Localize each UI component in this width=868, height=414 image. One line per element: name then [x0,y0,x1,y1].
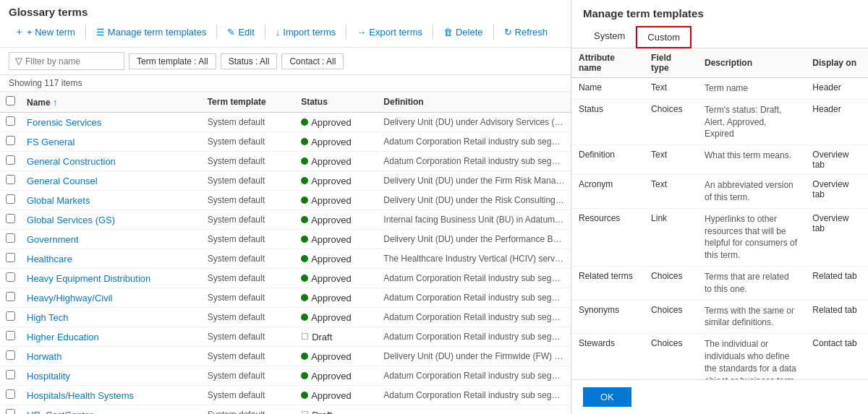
status-cell: ☐ Draft [295,327,378,347]
term-template-cell: System default [202,249,296,269]
term-template-cell: System default [202,230,296,249]
attr-name-cell: Related terms [571,266,644,300]
terms-table-container: Name ↑ Term template Status Definition F… [0,92,571,414]
select-all-checkbox-header[interactable] [0,92,21,113]
tab-custom[interactable]: Custom [636,26,692,48]
term-name-link[interactable]: FS General [27,137,75,147]
import-terms-button[interactable]: ↓ Import terms [270,24,341,40]
row-checkbox[interactable] [6,292,15,301]
term-name-link[interactable]: HR_CostCenter [27,410,93,415]
status-approved: Approved [301,390,372,401]
manage-term-templates-button[interactable]: ☰ Manage term templates [90,24,213,40]
row-checkbox[interactable] [6,311,15,321]
attr-name-cell: Definition [571,145,644,175]
attr-row: DefinitionTextWhat this term means.Overv… [571,145,868,175]
status-approved: Approved [301,312,372,323]
new-term-button[interactable]: ＋ + New term [9,22,81,41]
row-checkbox[interactable] [6,253,15,262]
panel-header: Glossary terms ＋ + New term ☰ Manage ter… [0,0,571,48]
attr-row: SynonymsChoicesTerms with the same or si… [571,300,868,334]
definition-column-header: Definition [378,92,571,113]
contact-filter[interactable]: Contact : All [281,53,344,69]
separator3 [265,25,265,39]
table-row: Heavy/Highway/CivilSystem default Approv… [0,288,571,308]
delete-button[interactable]: 🗑 Delete [438,24,489,40]
field-type-cell: Text [644,78,697,100]
status-cell: Approved [295,308,378,327]
display-on-cell: Header [805,78,868,100]
refresh-button[interactable]: ↻ Refresh [498,24,554,40]
manage-templates-title: Manage term templates [583,7,856,20]
table-row: HorwathSystem default ApprovedDelivery U… [0,347,571,366]
term-template-cell: System default [202,386,296,405]
definition-cell: Adatum Corporation Retail industry sub s… [378,269,571,288]
row-checkbox[interactable] [6,350,15,360]
approved-dot [301,314,308,321]
tab-bar: System Custom [583,25,856,48]
status-approved: Approved [301,234,372,245]
import-icon: ↓ [276,27,281,38]
term-template-cell: System default [202,210,296,230]
term-name-link[interactable]: Global Services (GS) [27,215,115,225]
row-checkbox[interactable] [6,233,15,243]
term-name-link[interactable]: Forensic Services [27,117,101,128]
term-name-link[interactable]: Heavy Equipment Distribution [27,273,150,284]
display-on-cell: Related tab [805,300,868,334]
row-checkbox[interactable] [6,136,15,145]
ok-button[interactable]: OK [583,387,631,407]
row-checkbox[interactable] [6,214,15,223]
term-name-link[interactable]: Hospitals/Health Systems [27,390,134,401]
tab-system[interactable]: System [583,25,636,48]
attr-row: StewardsChoicesThe individual or individ… [571,334,868,379]
name-column-header[interactable]: Name ↑ [21,92,202,113]
row-checkbox[interactable] [6,389,15,399]
status-cell: Approved [295,132,378,152]
edit-button[interactable]: ✎ Edit [221,24,260,40]
row-checkbox[interactable] [6,409,15,414]
term-name-link[interactable]: General Construction [27,156,116,167]
status-column-header[interactable]: Status [295,92,378,113]
term-name-link[interactable]: Healthcare [27,254,72,264]
term-template-cell: System default [202,152,296,171]
term-template-cell: System default [202,347,296,366]
display-on-cell: Overview tab [805,175,868,209]
row-checkbox[interactable] [6,194,15,204]
row-checkbox[interactable] [6,155,15,165]
export-terms-button[interactable]: → Export terms [351,24,428,40]
term-name-link[interactable]: High Tech [27,312,69,323]
term-name-link[interactable]: Heavy/Highway/Civil [27,293,112,303]
filter-by-name-input[interactable] [25,56,112,66]
term-template-cell: System default [202,191,296,210]
status-approved: Approved [301,117,372,128]
row-checkbox[interactable] [6,370,15,379]
definition-cell: Adatum Corporation Retail industry sub s… [378,386,571,405]
term-name-link[interactable]: General Counsel [27,176,98,186]
description-cell: Term name [697,78,805,100]
term-name-link[interactable]: Higher Education [27,332,99,342]
term-template-column-header[interactable]: Term template [202,92,296,113]
row-checkbox[interactable] [6,175,15,184]
description-cell: Terms with the same or similar definitio… [697,300,805,334]
term-template-filter[interactable]: Term template : All [129,53,216,69]
status-filter[interactable]: Status : All [221,53,278,69]
select-all-checkbox[interactable] [6,96,15,105]
term-name-link[interactable]: Horwath [27,351,61,362]
term-name-link[interactable]: Hospitality [27,371,70,381]
attr-header-row: Attribute name Field type Description Di… [571,48,868,78]
description-cell: Term's status: Draft, Alert, Approved, E… [697,99,805,145]
approved-dot [301,118,308,126]
status-approved: Approved [301,137,372,147]
field-type-cell: Text [644,175,697,209]
status-approved: Approved [301,176,372,186]
row-checkbox[interactable] [6,272,15,282]
term-name-link[interactable]: Government [27,234,79,245]
attribute-table-container: Attribute name Field type Description Di… [571,48,868,379]
row-checkbox[interactable] [6,331,15,340]
row-checkbox[interactable] [6,116,15,126]
term-name-link[interactable]: Global Markets [27,195,90,206]
term-template-cell: System default [202,269,296,288]
table-row: Heavy Equipment DistributionSystem defau… [0,269,571,288]
terms-table: Name ↑ Term template Status Definition F… [0,92,571,414]
attr-row: AcronymTextAn abbreviated version of thi… [571,175,868,209]
table-row: FS GeneralSystem default ApprovedAdatum … [0,132,571,152]
